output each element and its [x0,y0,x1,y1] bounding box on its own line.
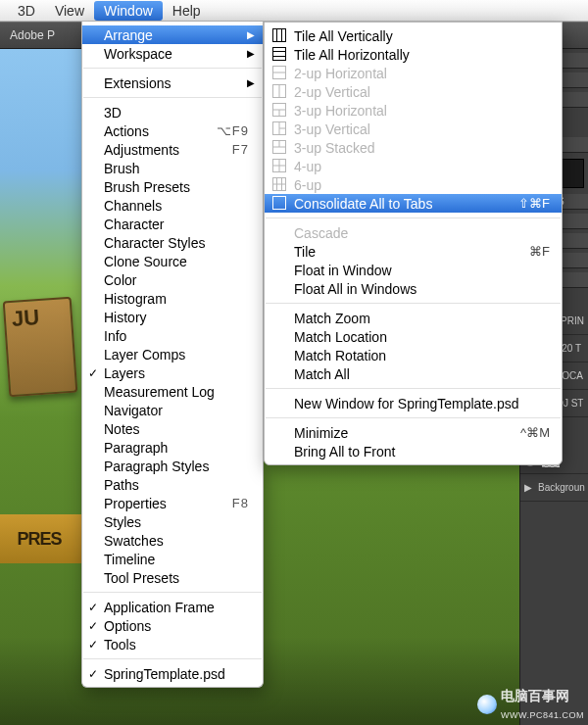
menuitem-label: Info [104,328,126,344]
watermark-logo-icon [477,695,497,714]
menuitem-label: Paragraph [104,440,168,456]
layer-row[interactable]: ▶Backgroun [520,474,588,502]
menu-separator [83,658,262,659]
check-icon: ✓ [88,638,98,652]
menu-separator [83,68,262,69]
menuitem[interactable]: Brush [82,159,263,177]
menuitem[interactable]: Color [82,270,263,289]
menuitem[interactable]: Match Location [265,327,562,346]
svg-rect-3 [273,48,286,61]
menuitem-label: Navigator [104,403,163,418]
menuitem[interactable]: Notes [82,419,263,438]
menuitem-label: 2-up Vertical [294,84,370,100]
shortcut-label: F8 [232,496,249,510]
menuitem[interactable]: Tile All Horizontally [265,45,562,64]
menuitem-label: Tile All Horizontally [294,47,410,63]
menuitem[interactable]: Float in Window [265,261,562,279]
menuitem[interactable]: Tile⌘F [265,242,562,261]
menuitem-label: 6-up [294,177,321,193]
menuitem[interactable]: Character [82,215,263,233]
layout-icon [272,159,286,172]
menuitem-label: Color [104,272,136,288]
menuitem-label: 4-up [294,159,321,174]
menuitem-label: Match Zoom [294,311,370,326]
menuitem[interactable]: Layer Comps [82,345,263,363]
menuitem: 2-up Horizontal [265,64,562,82]
menuitem[interactable]: Channels [82,196,263,215]
menuitem[interactable]: Timeline [82,550,263,568]
menuitem-arrange[interactable]: Arrange▶ [82,25,263,44]
menuitem-label: Adjustments [104,142,179,158]
menuitem[interactable]: Paths [82,475,263,494]
layout-icon [272,121,286,135]
menuitem[interactable]: Navigator [82,401,263,419]
check-icon: ✓ [88,619,98,633]
menuitem[interactable]: Actions⌥F9 [82,121,263,140]
menuitem[interactable]: Swatches [82,531,263,550]
layout-icon [272,196,286,210]
menuitem[interactable]: Clone Source [82,252,263,270]
menuitem-new-window[interactable]: New Window for SpringTemplate.psd [265,394,562,412]
menuitem-label: Paragraph Styles [104,459,209,474]
menuitem[interactable]: ✓Application Frame [82,598,263,616]
disclosure-triangle-icon[interactable]: ▶ [524,482,532,493]
menu-separator [266,417,561,418]
menuitem-label: Swatches [104,533,164,549]
menuitem[interactable]: History [82,308,263,326]
menuitem-label: Bring All to Front [294,444,396,459]
menuitem-label: Clone Source [104,254,187,269]
menuitem-label: 3-up Horizontal [294,103,387,119]
menuitem[interactable]: Match Zoom [265,309,562,327]
menuitem[interactable]: Histogram [82,289,263,308]
menuitem[interactable]: Measurement Log [82,382,263,401]
menuitem[interactable]: ✓Layers [82,363,263,382]
menu-help[interactable]: Help [163,1,211,21]
menuitem[interactable]: Paragraph [82,438,263,457]
menuitem-extensions[interactable]: Extensions▶ [82,73,263,92]
layout-icon [272,66,286,79]
menuitem[interactable]: Match Rotation [265,346,562,364]
menuitem-label: 3-up Vertical [294,121,370,137]
menuitem: 4-up [265,157,562,175]
menuitem[interactable]: ✓Options [82,616,263,635]
wooden-sign: JU [3,297,78,398]
menuitem-label: History [104,310,147,325]
check-icon: ✓ [88,601,98,614]
menuitem[interactable]: Paragraph Styles [82,457,263,475]
menuitem-label: Match Rotation [294,348,386,363]
submenu-arrow-icon: ▶ [247,77,255,88]
menuitem-label: 3-up Stacked [294,140,375,156]
menuitem[interactable]: Character Styles [82,233,263,252]
menuitem-label: Tile [294,244,316,260]
menuitem[interactable]: Styles [82,512,263,531]
menu-window[interactable]: Window [94,1,163,21]
layout-icon [272,28,286,42]
menuitem-open-doc[interactable]: ✓ SpringTemplate.psd [82,664,263,683]
menuitem[interactable]: 3D [82,103,263,121]
shortcut-label: ⌘F [529,244,550,259]
menuitem[interactable]: Consolidate All to Tabs⇧⌘F [265,194,562,213]
menu-3d[interactable]: 3D [8,1,45,21]
menuitem-label: Histogram [104,291,167,307]
menuitem[interactable]: AdjustmentsF7 [82,140,263,159]
menuitem[interactable]: Float All in Windows [265,279,562,298]
layout-icon [272,47,286,61]
menuitem-workspace[interactable]: Workspace▶ [82,44,263,63]
menuitem-label: Actions [104,123,149,139]
menuitem-label: Float All in Windows [294,281,416,297]
menuitem[interactable]: Tile All Vertically [265,26,562,45]
menu-view[interactable]: View [45,1,94,21]
menuitem[interactable]: Bring All to Front [265,442,562,460]
menuitem[interactable]: ✓Tools [82,635,263,653]
menuitem[interactable]: Info [82,326,263,345]
menuitem-label: Cascade [294,225,348,241]
menuitem[interactable]: PropertiesF8 [82,494,263,512]
menuitem-label: Character Styles [104,235,205,251]
menuitem[interactable]: Minimize^⌘M [265,423,562,442]
menuitem[interactable]: Brush Presets [82,177,263,196]
menuitem[interactable]: Match All [265,364,562,383]
menuitem[interactable]: Tool Presets [82,568,263,587]
layout-icon [272,140,286,154]
menu-separator [266,388,561,389]
menu-separator [83,592,262,593]
